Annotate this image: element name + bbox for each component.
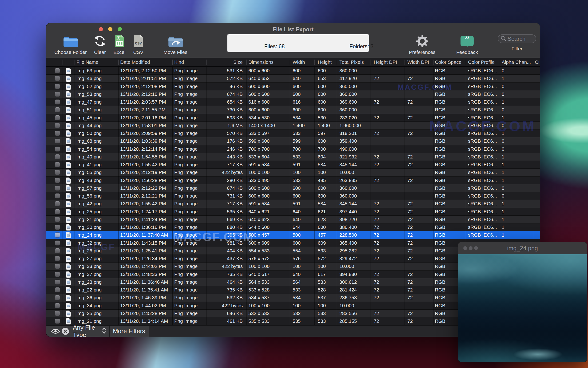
cell-wdpi: 72 [407,286,432,294]
column-header-h[interactable]: Height [318,58,335,66]
cell-wdpi: 72 [407,114,432,121]
choose-folder-button[interactable]: Choose Folder [54,33,87,55]
row-checkbox[interactable] [55,115,60,120]
row-checkbox[interactable] [55,123,60,128]
cell-px: 345.144 [339,200,369,207]
cell-size: 654 KB [208,98,243,106]
preview-window[interactable]: img_24.png [458,242,587,362]
visibility-toggle-button[interactable] [51,328,60,336]
column-header-dim[interactable]: Dimensions [248,58,289,66]
cell-px: 360.000 [339,90,369,98]
column-header-profile[interactable]: Color Profile [468,58,499,66]
table-row-img_50[interactable]: img_50.png13/11/20, 2:09:59 PMPng Image5… [46,129,540,137]
row-checkbox[interactable] [55,99,60,105]
file-type-dropdown[interactable]: Any File Type [70,326,109,337]
row-checkbox[interactable] [55,162,60,167]
row-checkbox[interactable] [55,68,60,73]
excel-button[interactable]: X Excel [113,33,125,55]
column-header-w[interactable]: Width [293,58,314,66]
table-row-img_51[interactable]: img_51.png13/11/20, 2:11:55 PMPng Image7… [46,106,540,114]
table-row-img_53[interactable]: img_53.png13/11/20, 2:12:10 PMPng Image6… [46,90,540,98]
row-checkbox[interactable] [55,138,60,144]
row-checkbox[interactable] [55,76,60,81]
table-row-img_56[interactable]: img_56.png13/11/20, 2:12:21 PMPng Image7… [46,192,540,200]
row-checkbox[interactable] [55,279,60,285]
cell-h: 530 [318,114,335,121]
table-row-img_57[interactable]: img_57.png13/11/20, 2:12:23 PMPng Image6… [46,184,540,192]
cell-date: 13/11/20, 1:45:28 PM [120,310,171,317]
table-row-img_47[interactable]: img_47.png13/11/20, 2:03:57 PMPng Image6… [46,98,540,106]
column-header-px[interactable]: Total Pixels [339,58,369,66]
column-header-cs[interactable]: Color Space [435,58,465,66]
row-checkbox[interactable] [55,201,60,206]
row-checkbox[interactable] [55,217,60,222]
cell-name: img_63.png [76,67,117,74]
row-checkbox[interactable] [55,295,60,300]
search-field[interactable] [498,34,536,43]
table-row-img_68[interactable]: img_68.png18/11/20, 1:03:39 PMPng Image1… [46,137,540,145]
cell-profile: sRGB IEC6... [468,231,499,239]
row-checkbox[interactable] [55,131,60,136]
column-header-cr[interactable]: Cr [535,58,539,66]
row-checkbox[interactable] [55,84,60,89]
table-row-img_52[interactable]: img_52.png13/11/20, 2:12:08 PMPng Image4… [46,83,540,90]
table-row-img_41[interactable]: img_41.png13/11/20, 1:55:42 PMPng Image7… [46,161,540,169]
row-checkbox[interactable] [55,193,60,198]
table-row-img_24[interactable]: img_24.png13/11/20, 11:37:40 AMPng Image… [46,231,540,239]
table-row-img_45[interactable]: img_45.png13/11/20, 2:01:16 PMPng Image5… [46,114,540,122]
feedback-button[interactable]: ” Feedback [456,33,478,55]
table-row-img_54[interactable]: img_54.png13/11/20, 2:12:14 PMPng Image2… [46,145,540,153]
row-checkbox[interactable] [55,303,60,308]
more-filters-button[interactable]: More Filters [109,326,149,337]
cell-cr [535,192,539,200]
table-row-img_42[interactable]: img_42.png13/11/20, 1:55:42 PMPng Image7… [46,200,540,208]
row-checkbox[interactable] [55,256,60,261]
clear-button[interactable]: Clear [94,33,106,55]
cell-cs: RGB [435,129,465,137]
csv-button[interactable]: CSV CSV [133,33,143,55]
row-checkbox[interactable] [55,170,60,175]
cell-px: 398.720 [339,216,369,223]
column-header-name[interactable]: File Name [76,58,117,66]
column-header-size[interactable]: Size [208,58,243,66]
table-row-img_25[interactable]: img_25.png13/11/20, 1:24:17 PMPng Image5… [46,208,540,216]
column-header-hdpi[interactable]: Height DPI [374,58,404,66]
row-checkbox[interactable] [55,272,60,277]
cell-cs: RGB [435,145,465,153]
row-checkbox[interactable] [55,311,60,316]
row-checkbox[interactable] [55,185,60,191]
file-type-value: Any File Type [73,324,102,337]
table-row-img_46[interactable]: img_46.png13/11/20, 2:01:51 PMPng Image5… [46,75,540,83]
cell-dim: 600 x 600 [248,106,289,113]
table-row-img_43[interactable]: img_43.png13/11/20, 1:56:28 PMPng Image2… [46,177,540,184]
search-input[interactable] [508,36,534,42]
row-checkbox[interactable] [55,147,60,152]
row-checkbox[interactable] [55,209,60,214]
table-row-img_63[interactable]: img_63.png13/11/20, 2:12:50 PMPng Image5… [46,67,540,75]
row-checkbox[interactable] [55,264,60,269]
row-checkbox[interactable] [55,92,60,97]
row-checkbox[interactable] [55,107,60,112]
preferences-button[interactable]: Preferences [409,33,435,55]
clear-filter-button[interactable] [61,327,69,336]
column-header-date[interactable]: Date Modified [120,58,171,66]
table-row-img_55[interactable]: img_55.png13/11/20, 2:12:19 PMPng Image4… [46,169,540,176]
row-checkbox[interactable] [55,225,60,230]
row-checkbox[interactable] [55,287,60,292]
table-row-img_40[interactable]: img_40.png13/11/20, 1:54:55 PMPng Image4… [46,153,540,161]
move-files-button[interactable]: Move Files [163,33,187,55]
row-checkbox[interactable] [55,248,60,253]
table-row-img_44[interactable]: img_44.png13/11/20, 1:58:01 PMPng Image1… [46,122,540,129]
cell-kind: Png Image [174,247,206,255]
row-checkbox[interactable] [55,178,60,183]
table-row-img_31[interactable]: img_31.png13/11/20, 1:41:24 PMPng Image6… [46,216,540,223]
column-header-alpha[interactable]: Alpha Chan... [502,58,532,66]
row-checkbox[interactable] [55,232,60,238]
row-checkbox[interactable] [55,154,60,159]
column-header-kind[interactable]: Kind [174,58,206,66]
column-header-wdpi[interactable]: Width DPI [407,58,432,66]
row-checkbox[interactable] [55,240,60,246]
cell-wdpi [407,67,432,74]
table-row-img_30[interactable]: img_30.png13/11/20, 1:36:16 PMPng Image8… [46,223,540,231]
row-checkbox[interactable] [55,319,60,324]
